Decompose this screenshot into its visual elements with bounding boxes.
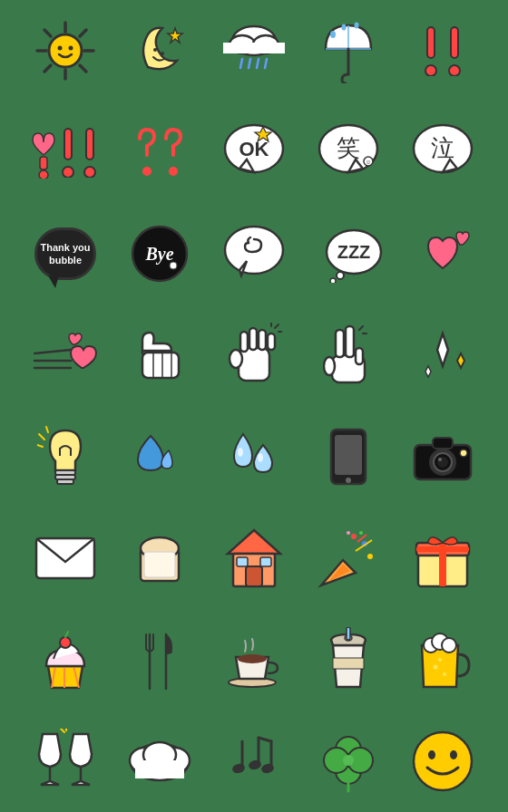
- emoji-grid: OK 笑 ☺ 泣 Thank you bubble Bye: [11, 0, 497, 812]
- cell-fork-knife: [114, 611, 205, 709]
- svg-point-116: [351, 534, 357, 539]
- cell-thumbsup: [114, 306, 205, 404]
- ok-bubble-icon: OK: [221, 121, 287, 183]
- cell-thankyou: Thank you bubble: [20, 205, 111, 303]
- cell-envelope: [20, 509, 111, 607]
- cell-hand-wave: [209, 306, 299, 404]
- svg-line-76: [275, 324, 278, 328]
- svg-point-40: [142, 167, 151, 176]
- cell-coffee: [209, 611, 299, 709]
- svg-point-37: [63, 167, 73, 178]
- gift-icon: [413, 527, 473, 590]
- svg-line-6: [80, 30, 86, 36]
- thumbsup-icon: [130, 325, 190, 385]
- svg-point-162: [248, 759, 262, 770]
- svg-rect-142: [347, 627, 350, 640]
- thankyou-icon: Thank you bubble: [34, 227, 96, 280]
- svg-rect-115: [260, 557, 271, 566]
- svg-rect-82: [356, 348, 363, 364]
- svg-point-132: [60, 637, 71, 648]
- svg-text:笑: 笑: [337, 135, 360, 161]
- svg-rect-17: [223, 43, 285, 53]
- moon-icon: [130, 21, 190, 81]
- bulb-icon: [37, 423, 93, 490]
- peace-icon: [323, 323, 374, 388]
- drops-blue-icon: [129, 429, 190, 485]
- cloud-rain-icon: [222, 21, 286, 81]
- svg-point-169: [343, 755, 354, 766]
- svg-line-84: [359, 326, 363, 330]
- coffee-icon: [225, 632, 283, 688]
- hand-wave-icon: [226, 323, 282, 388]
- svg-rect-34: [40, 157, 47, 169]
- cell-beer: [397, 611, 488, 709]
- cupcake-icon: [34, 628, 97, 691]
- svg-point-146: [442, 638, 456, 652]
- svg-point-83: [324, 357, 335, 375]
- cell-umbrella: [303, 2, 394, 100]
- svg-rect-70: [239, 348, 269, 381]
- cell-cloud-rain: [209, 2, 299, 100]
- svg-point-120: [347, 531, 350, 535]
- svg-rect-101: [433, 438, 453, 449]
- svg-rect-73: [259, 330, 266, 350]
- takeout-cup-icon: [324, 627, 373, 692]
- svg-rect-74: [268, 334, 275, 350]
- twirl-bubble-icon: [221, 223, 287, 285]
- svg-line-94: [46, 427, 48, 432]
- svg-point-28: [342, 24, 347, 31]
- cell-question-double: [114, 103, 205, 201]
- cell-sun: [20, 2, 111, 100]
- svg-line-19: [240, 59, 242, 68]
- svg-line-92: [39, 434, 44, 440]
- hearts-icon: [415, 225, 471, 283]
- cell-heart-exclamation: [20, 103, 111, 201]
- cell-hearts: [397, 205, 488, 303]
- house-icon: [224, 527, 284, 590]
- svg-rect-98: [335, 435, 362, 475]
- umbrella-icon: [318, 18, 378, 83]
- cell-clover: [303, 712, 394, 810]
- svg-rect-72: [249, 328, 257, 350]
- sparkles-icon: [412, 324, 474, 386]
- svg-rect-30: [427, 27, 435, 58]
- svg-point-140: [238, 654, 267, 663]
- cell-drops-blue: [114, 408, 205, 506]
- svg-point-33: [449, 65, 460, 76]
- question-double-icon: [135, 126, 185, 179]
- svg-point-41: [169, 167, 178, 176]
- cell-phone: [303, 408, 394, 506]
- thankyou-text: Thank you bubble: [37, 241, 93, 267]
- cell-sparkles: [397, 306, 488, 404]
- svg-point-95: [238, 448, 243, 457]
- bread-icon: [132, 528, 188, 588]
- svg-marker-111: [228, 530, 280, 554]
- cell-bye: Bye: [114, 205, 205, 303]
- drops-clear-icon: [227, 427, 281, 487]
- svg-rect-91: [57, 479, 73, 484]
- cell-speedlines: [20, 306, 111, 404]
- heart-exclamation-icon: [31, 126, 100, 179]
- svg-point-27: [330, 31, 336, 38]
- cell-gift: [397, 509, 488, 607]
- cell-zzz-bubble: ZZZ: [303, 205, 394, 303]
- svg-point-56: [170, 262, 177, 269]
- svg-point-163: [260, 762, 275, 774]
- cell-camera: [397, 408, 488, 506]
- svg-point-172: [450, 750, 457, 759]
- svg-point-9: [58, 46, 63, 51]
- svg-line-161: [259, 738, 271, 741]
- svg-line-22: [265, 59, 267, 68]
- svg-point-10: [69, 46, 73, 51]
- svg-marker-11: [168, 28, 182, 43]
- svg-point-8: [49, 34, 82, 67]
- cell-wine-glasses: [20, 712, 111, 810]
- svg-line-150: [61, 729, 64, 732]
- svg-marker-87: [457, 353, 464, 368]
- svg-line-4: [44, 30, 51, 36]
- fork-knife-icon: [137, 627, 182, 692]
- svg-point-57: [225, 227, 283, 274]
- svg-point-96: [258, 453, 263, 462]
- svg-text:OK: OK: [239, 138, 269, 160]
- svg-rect-36: [64, 129, 72, 160]
